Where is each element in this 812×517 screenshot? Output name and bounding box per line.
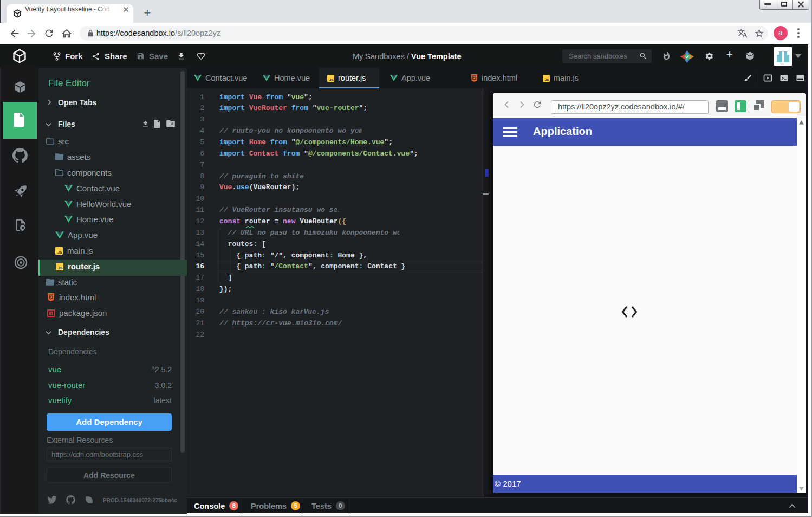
svg-text:JS: JS: [329, 77, 333, 81]
svg-text:JS: JS: [58, 266, 63, 269]
svg-text:JS: JS: [545, 77, 549, 81]
svg-text:JS: JS: [57, 250, 62, 254]
